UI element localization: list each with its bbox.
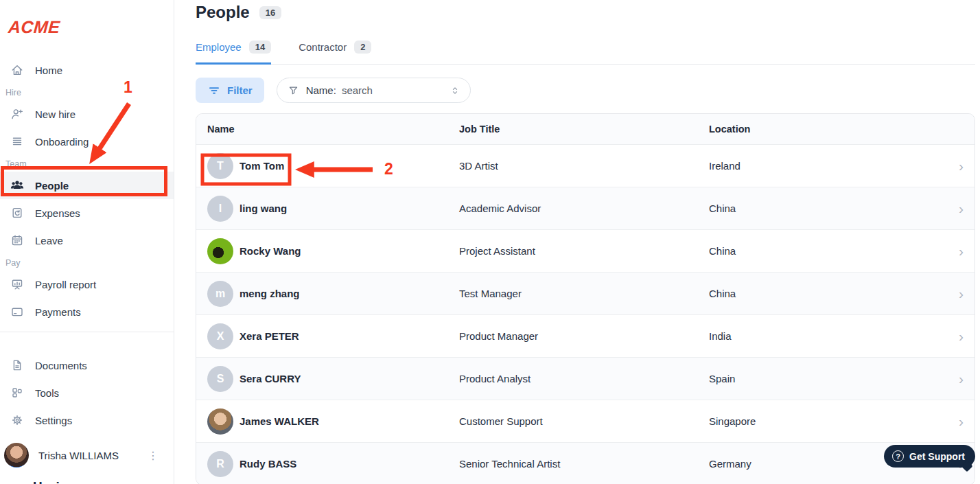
table-row-rudy-bass[interactable]: RRudy BASSSenior Technical ArtistGermany… — [196, 442, 975, 484]
avatar: R — [207, 451, 233, 477]
table-row-xera-peter[interactable]: XXera PETERProduct ManagerIndia› — [196, 314, 975, 357]
name-cell: lling wang — [207, 196, 459, 222]
sidebar-nav: HomeHireNew hireOnboardingTeamPeopleExpe… — [0, 56, 174, 325]
sidebar-item-label: Home — [35, 65, 62, 76]
name-cell: TTom Tom — [207, 153, 459, 179]
table-row-sera-curry[interactable]: SSera CURRYProduct AnalystSpain› — [196, 357, 975, 400]
people-count-badge: 16 — [259, 6, 281, 19]
name-search-input[interactable]: Name: search — [277, 78, 471, 103]
column-header-name: Name — [207, 124, 459, 135]
chevron-right-icon: › — [959, 159, 975, 173]
chevron-right-icon: › — [959, 414, 975, 428]
list-icon — [10, 135, 24, 148]
avatar: m — [207, 281, 233, 307]
sidebar-item-payroll-report[interactable]: Payroll report — [0, 270, 174, 298]
table-row-rocky-wang[interactable]: Rocky WangProject AssistantChina› — [196, 229, 975, 272]
get-support-label: Get Support — [909, 451, 965, 462]
person-name: meng zhang — [240, 288, 300, 299]
table-row-tom-tom[interactable]: TTom Tom3D ArtistIreland› — [196, 144, 975, 187]
chevron-right-icon: › — [959, 201, 975, 216]
sidebar-item-label: Tools — [35, 387, 59, 399]
tab-bar: Employee 14 Contractor 2 — [196, 41, 975, 65]
presentation-icon — [10, 277, 24, 291]
avatar — [207, 408, 233, 435]
chevron-right-icon: › — [959, 286, 975, 301]
sidebar-item-people[interactable]: People — [0, 172, 174, 199]
sidebar-item-label: Onboarding — [35, 136, 89, 148]
sidebar-item-tools[interactable]: Tools — [0, 379, 174, 406]
avatar: T — [207, 153, 233, 179]
table-header-row: Name Job Title Location — [196, 114, 975, 144]
table-row-meng-zhang[interactable]: mmeng zhangTest ManagerChina› — [196, 272, 975, 314]
search-field-label: Name: — [306, 84, 336, 96]
up-down-chevron-icon[interactable] — [450, 85, 460, 96]
sidebar-item-label: People — [35, 180, 69, 192]
chevron-right-icon: › — [959, 244, 975, 258]
calendar-icon — [10, 233, 24, 247]
name-cell: SSera CURRY — [207, 366, 459, 392]
user-profile[interactable]: Trisha WILLIAMS ⋮ — [4, 443, 174, 468]
tab-employee[interactable]: Employee 14 — [196, 41, 271, 65]
location-cell: Ireland — [709, 160, 947, 172]
user-plus-icon — [10, 107, 24, 121]
horizons-logo: Horizons — [33, 479, 174, 484]
sidebar-item-onboarding[interactable]: Onboarding — [0, 128, 174, 155]
sidebar-item-settings[interactable]: Settings — [0, 406, 174, 434]
table-row-james-walker[interactable]: James WALKERCustomer SupportSingapore› — [196, 400, 975, 442]
sidebar-item-label: Documents — [35, 360, 87, 371]
sidebar-item-label: Settings — [35, 415, 72, 426]
filter-lines-icon — [207, 84, 221, 97]
search-placeholder: search — [342, 84, 450, 96]
sidebar-divider — [0, 332, 174, 332]
user-avatar — [4, 443, 29, 468]
location-cell: China — [709, 288, 947, 299]
sidebar-item-label: Payments — [35, 306, 81, 318]
card-icon — [10, 305, 24, 319]
person-name: Xera PETER — [240, 330, 299, 342]
sidebar: ACME HomeHireNew hireOnboardingTeamPeopl… — [0, 0, 174, 484]
person-name: Rudy BASS — [240, 458, 296, 470]
table-row-ling-wang[interactable]: lling wangAcademic AdvisorChina› — [196, 187, 975, 229]
page-header: People 16 — [196, 1, 975, 22]
sidebar-item-home[interactable]: Home — [0, 56, 174, 84]
job-title-cell: Product Analyst — [459, 373, 709, 384]
receipt-icon — [10, 206, 24, 220]
person-name: ling wang — [240, 203, 287, 214]
filter-button[interactable]: Filter — [196, 78, 264, 103]
sidebar-item-payments[interactable]: Payments — [0, 298, 174, 325]
sidebar-item-documents[interactable]: Documents — [0, 352, 174, 379]
job-title-cell: Test Manager — [459, 288, 709, 299]
sidebar-item-label: Leave — [35, 235, 63, 246]
name-cell: RRudy BASS — [207, 451, 459, 477]
kebab-menu-icon[interactable]: ⋮ — [142, 449, 164, 462]
funnel-icon — [288, 84, 299, 96]
sidebar-item-leave[interactable]: Leave — [0, 227, 174, 254]
tab-employee-count-badge: 14 — [249, 41, 271, 54]
tab-contractor-count-badge: 2 — [354, 41, 371, 54]
job-title-cell: 3D Artist — [459, 160, 709, 172]
sidebar-item-label: Expenses — [35, 207, 80, 219]
sidebar-section-team: Team — [0, 155, 174, 172]
location-cell: China — [709, 245, 947, 257]
column-header-location: Location — [709, 124, 947, 135]
avatar — [207, 238, 233, 264]
column-header-job-title: Job Title — [459, 124, 709, 135]
sidebar-item-label: Payroll report — [35, 279, 96, 290]
avatar: X — [207, 323, 233, 349]
name-cell: James WALKER — [207, 408, 459, 435]
location-cell: Spain — [709, 373, 947, 384]
get-support-button[interactable]: ? Get Support — [884, 445, 975, 468]
sidebar-item-new-hire[interactable]: New hire — [0, 100, 174, 128]
job-title-cell: Project Assistant — [459, 245, 709, 257]
tab-contractor[interactable]: Contractor 2 — [299, 41, 371, 65]
tools-icon — [10, 386, 24, 400]
name-cell: XXera PETER — [207, 323, 459, 349]
avatar: S — [207, 366, 233, 392]
location-cell: India — [709, 330, 947, 342]
job-title-cell: Academic Advisor — [459, 203, 709, 214]
sidebar-item-expenses[interactable]: Expenses — [0, 199, 174, 227]
person-name: Tom Tom — [240, 160, 284, 172]
question-circle-icon: ? — [892, 450, 904, 462]
acme-logo: ACME — [8, 17, 174, 37]
job-title-cell: Customer Support — [459, 415, 709, 427]
